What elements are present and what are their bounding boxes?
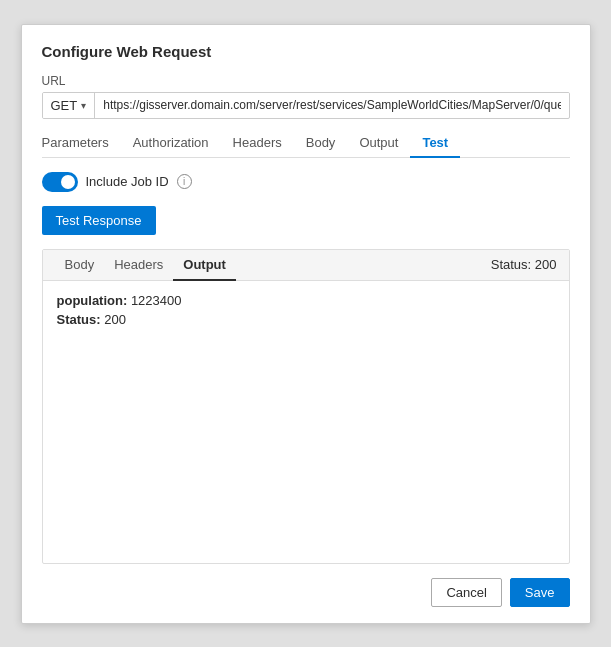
tab-headers[interactable]: Headers [221,129,294,158]
tab-output[interactable]: Output [347,129,410,158]
url-label: URL [42,74,570,88]
status-label: Status: 200 [491,257,557,272]
dialog-title: Configure Web Request [42,43,570,60]
output-line-0: population: 1223400 [57,293,555,308]
output-tab-headers[interactable]: Headers [104,250,173,281]
output-tab-body[interactable]: Body [55,250,105,281]
tab-authorization[interactable]: Authorization [121,129,221,158]
url-section: URL GET ▾ [42,74,570,119]
url-row: GET ▾ [42,92,570,119]
toggle-thumb [61,175,75,189]
output-tab-output[interactable]: Output [173,250,236,281]
configure-web-request-dialog: Configure Web Request URL GET ▾ Paramete… [21,24,591,624]
method-value: GET [51,98,78,113]
tab-body[interactable]: Body [294,129,348,158]
tabs-row: Parameters Authorization Headers Body Ou… [42,129,570,158]
include-job-id-row: Include Job ID i [42,172,570,192]
output-value-1: 200 [101,312,126,327]
tab-parameters[interactable]: Parameters [42,129,121,158]
save-button[interactable]: Save [510,578,570,607]
test-response-button[interactable]: Test Response [42,206,156,235]
output-body: population: 1223400 Status: 200 [43,281,569,563]
dialog-footer: Cancel Save [42,578,570,607]
include-job-id-label: Include Job ID [86,174,169,189]
cancel-button[interactable]: Cancel [431,578,501,607]
output-value-0: 1223400 [127,293,181,308]
output-header: Body Headers Output Status: 200 [43,250,569,281]
method-chevron-icon: ▾ [81,100,86,111]
method-dropdown[interactable]: GET ▾ [43,93,96,118]
info-icon[interactable]: i [177,174,192,189]
output-section: Body Headers Output Status: 200 populati… [42,249,570,564]
tab-test[interactable]: Test [410,129,460,158]
include-job-id-toggle[interactable] [42,172,78,192]
output-line-1: Status: 200 [57,312,555,327]
output-key-0: population: [57,293,128,308]
url-input[interactable] [95,93,568,117]
output-tabs: Body Headers Output [55,250,236,280]
output-key-1: Status: [57,312,101,327]
